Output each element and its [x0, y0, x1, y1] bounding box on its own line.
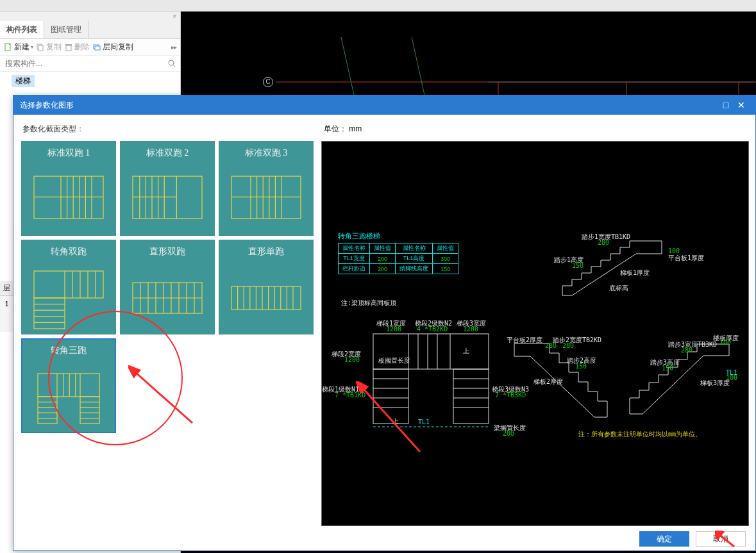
search-icon[interactable] [167, 59, 176, 68]
search-bar [0, 56, 180, 72]
svg-rect-2 [38, 45, 43, 51]
note-units: 注：所有参数未注明单位时均以mm为单位。 [578, 430, 701, 439]
floor-header: 层 [0, 281, 13, 296]
thumb-std-double-3[interactable]: 标准双跑 3 [219, 141, 314, 236]
cancel-button[interactable]: 取消 [696, 531, 746, 547]
svg-rect-86 [38, 374, 99, 397]
svg-rect-54 [34, 271, 103, 298]
thumb-std-double-1[interactable]: 标准双跑 1 [21, 141, 116, 236]
delete-button[interactable]: 删除 [64, 42, 90, 53]
svg-rect-6 [95, 46, 100, 50]
thumb-straight-double[interactable]: 直形双跑 [120, 240, 215, 334]
svg-line-8 [173, 65, 175, 67]
unit-label: 单位： mm [321, 115, 749, 141]
svg-rect-113 [453, 369, 489, 424]
svg-rect-4 [65, 44, 72, 45]
copy-icon [36, 43, 45, 52]
tab-drawing-manage[interactable]: 图纸管理 [44, 21, 88, 38]
svg-line-10 [341, 37, 354, 95]
thumb-std-double-2[interactable]: 标准双跑 2 [120, 141, 215, 236]
maximize-icon[interactable]: □ [718, 100, 734, 110]
dialog-titlebar: 选择参数化图形 □ ✕ [13, 95, 755, 115]
section-type-label: 参数化截面类型： [20, 115, 316, 141]
layer-copy-button[interactable]: 层间复制 [92, 42, 133, 53]
new-button[interactable]: 新建 ▾ [4, 42, 33, 53]
close-icon[interactable]: ✕ [734, 100, 749, 110]
svg-rect-60 [34, 298, 65, 329]
preview-canvas[interactable]: 转角三跑楼梯 属性名称属性值属性名称属性值 TL1宽度200TL1高度300 栏… [321, 141, 749, 526]
svg-rect-97 [80, 397, 99, 424]
thumb-corner-triple[interactable]: 转角三跑 [21, 338, 116, 433]
delete-icon [64, 43, 73, 52]
copy-button[interactable]: 复制 [36, 42, 62, 53]
dialog-title: 选择参数化图形 [20, 100, 718, 111]
thumb-straight-single[interactable]: 直形单跑 [219, 240, 314, 334]
tab-component-list[interactable]: 构件列表 [0, 21, 44, 38]
tree-item-stair[interactable]: 楼梯 [12, 75, 35, 87]
component-tree: 楼梯 [0, 72, 180, 90]
more-icon[interactable]: ▸▸ [171, 44, 176, 51]
floor-grid: 层 1 [0, 281, 14, 332]
svg-rect-75 [231, 286, 301, 310]
layers-icon [92, 43, 101, 52]
svg-rect-108 [373, 369, 408, 424]
search-input[interactable] [4, 58, 167, 69]
panel-tabs: 构件列表 图纸管理 [0, 21, 180, 39]
svg-rect-92 [38, 397, 57, 424]
property-table: 属性名称属性值属性名称属性值 TL1宽度200TL1高度300 栏杆距边200踏… [338, 243, 458, 274]
svg-line-11 [412, 37, 424, 95]
chevron-down-icon: ▾ [31, 44, 33, 50]
parametric-dialog: 选择参数化图形 □ ✕ 参数化截面类型： 标准双跑 1 标准双跑 2 标准 [13, 95, 756, 551]
new-file-icon [4, 43, 13, 52]
svg-point-7 [169, 60, 174, 65]
thumb-grid: 标准双跑 1 标准双跑 2 标准双跑 3 转角双跑 [20, 141, 316, 433]
panel-toolbar: 新建 ▾ 复制 删除 层间复制 ▸▸ [0, 39, 180, 56]
ok-button[interactable]: 确定 [639, 531, 689, 547]
svg-rect-3 [66, 45, 71, 51]
close-icon[interactable]: × [0, 12, 180, 21]
preview-title: 转角三跑楼梯 [338, 231, 380, 241]
floor-row[interactable]: 1 [0, 296, 13, 311]
thumb-corner-double[interactable]: 转角双跑 [21, 240, 116, 334]
note-top-elev: 注:梁顶标高同板顶 [341, 299, 396, 308]
